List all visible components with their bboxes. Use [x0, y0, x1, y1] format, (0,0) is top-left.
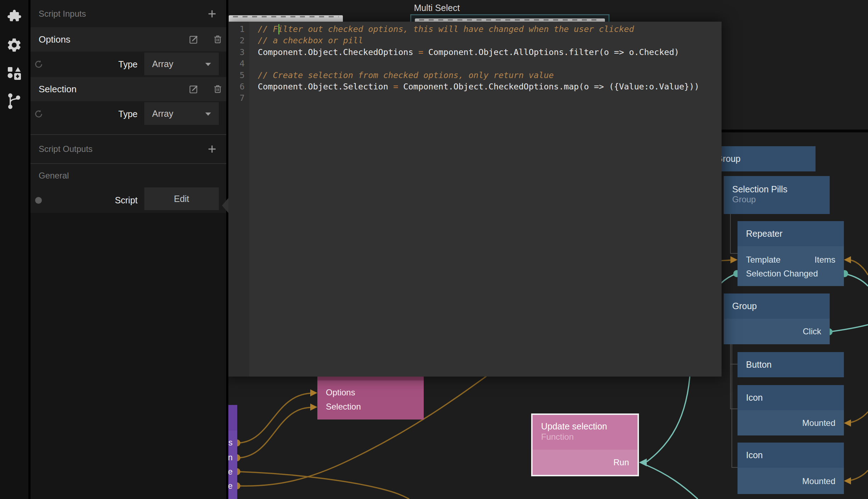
port-options-out[interactable]: Options	[228, 435, 233, 450]
input-name: Selection	[39, 84, 77, 95]
editor-gutter: 1 2 3 4 5 6 7	[228, 22, 249, 377]
panel-empty-area	[30, 213, 226, 499]
components-tree-icon[interactable]	[6, 62, 22, 84]
connection-dot-icon	[35, 197, 42, 204]
port-selection[interactable]: Selection	[326, 400, 361, 414]
port-selection-changed[interactable]: Selection Changed	[746, 267, 818, 281]
node-script[interactable]: Options Selection Value Value	[228, 405, 237, 499]
node-graph-canvas[interactable]: Group Selection Pills Group Repeater Tem…	[228, 0, 868, 499]
teal-arrowhead	[639, 459, 647, 466]
canvas-divider-line	[722, 130, 868, 132]
port-click[interactable]: Click	[803, 324, 821, 339]
type-dropdown[interactable]: Array	[144, 53, 219, 75]
input-type-row-selection: Type Array	[30, 101, 226, 127]
input-name: Options	[39, 34, 71, 45]
node-group-top[interactable]: Group	[707, 146, 816, 171]
edit-script-button[interactable]: Edit	[144, 187, 219, 210]
node-icon-2[interactable]: Icon Mounted	[738, 443, 844, 494]
settings-gear-icon[interactable]	[6, 34, 22, 56]
port-template[interactable]: Template	[746, 253, 780, 267]
delete-input-icon[interactable]	[213, 84, 223, 94]
editor-code-area[interactable]: // Filter out checked options, this will…	[249, 22, 722, 377]
port-selection-out[interactable]: Selection	[228, 450, 233, 465]
input-row-selection[interactable]: Selection	[30, 77, 226, 101]
node-update-selection[interactable]: Update selection Function Run	[531, 413, 639, 476]
reset-icon[interactable]	[34, 109, 44, 119]
type-label: Type	[118, 51, 138, 77]
section-script-inputs: Script Inputs	[30, 0, 226, 27]
script-property-row: Script Edit	[30, 187, 226, 213]
script-label: Script	[115, 187, 138, 213]
type-label: Type	[118, 101, 138, 127]
node-repeater[interactable]: Repeater Template Items Selection Change…	[738, 221, 844, 286]
input-type-row-options: Type Array	[30, 51, 226, 77]
editor-popover-arrow	[222, 198, 228, 213]
type-value: Array	[152, 109, 173, 119]
section-title: General	[39, 171, 69, 181]
add-input-icon[interactable]	[207, 9, 217, 18]
add-output-icon[interactable]	[207, 144, 217, 154]
edit-input-icon[interactable]	[189, 84, 199, 94]
properties-panel: Script Inputs Options Type Array Selecti…	[30, 0, 226, 499]
text-cursor	[278, 24, 279, 34]
edit-input-icon[interactable]	[189, 34, 199, 44]
node-button[interactable]: Button	[738, 352, 844, 377]
node-group[interactable]: Group Click	[724, 294, 830, 344]
port-options[interactable]: Options	[326, 385, 355, 400]
selected-node-label: Multi Select	[401, 3, 472, 13]
input-row-options[interactable]: Options	[30, 27, 226, 51]
port-items[interactable]: Items	[814, 253, 835, 267]
section-title: Script Inputs	[39, 9, 86, 19]
app-root: Script Inputs Options Type Array Selecti…	[0, 0, 868, 499]
port-mounted[interactable]: Mounted	[802, 416, 835, 430]
node-selection-pills[interactable]: Selection Pills Group	[724, 176, 830, 214]
version-control-branch-icon[interactable]	[6, 90, 22, 112]
script-editor-popup: 1 2 3 4 5 6 7 // Filter out checked opti…	[228, 22, 722, 377]
delete-input-icon[interactable]	[213, 34, 223, 44]
reset-icon[interactable]	[34, 59, 44, 69]
node-icon-1[interactable]: Icon Mounted	[738, 385, 844, 435]
components-puzzle-icon[interactable]	[6, 5, 22, 27]
chevron-down-icon	[205, 113, 211, 116]
port-run[interactable]: Run	[613, 455, 629, 470]
type-value: Array	[152, 59, 173, 69]
section-general: General	[30, 164, 226, 187]
section-script-outputs: Script Outputs	[30, 135, 226, 163]
type-dropdown[interactable]: Array	[144, 102, 219, 125]
port-value-out[interactable]: Value	[228, 479, 233, 493]
section-title: Script Outputs	[39, 144, 93, 154]
port-mounted[interactable]: Mounted	[802, 474, 835, 488]
port-value-out[interactable]: Value	[228, 465, 233, 479]
activity-bar	[0, 0, 28, 499]
chevron-down-icon	[205, 63, 211, 66]
